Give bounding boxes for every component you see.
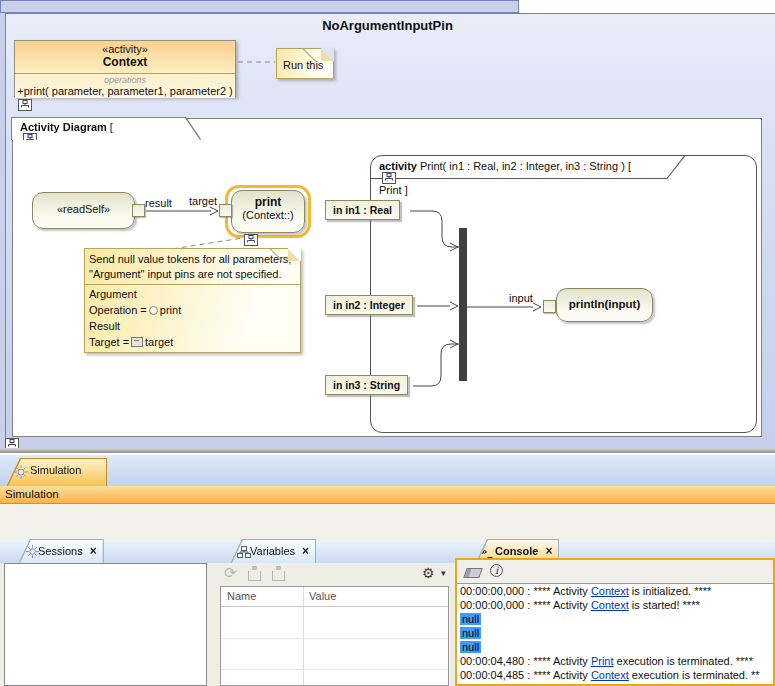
operation-prefix: Operation = bbox=[89, 304, 147, 316]
tab-simulation-label: Simulation bbox=[30, 464, 81, 476]
sessions-icon bbox=[26, 545, 39, 558]
pin-icon bbox=[131, 337, 143, 347]
note-row-argument: Argument bbox=[89, 286, 296, 302]
variables-table[interactable]: Name Value bbox=[220, 586, 449, 686]
note-row-result: Result bbox=[89, 318, 296, 334]
close-icon[interactable]: × bbox=[90, 544, 97, 558]
console-line: 00:00:00,000 : **** Activity Context is … bbox=[457, 584, 773, 598]
variables-icon bbox=[237, 546, 251, 558]
bracket-open: [ bbox=[110, 121, 113, 133]
console-icon: »_ bbox=[481, 546, 492, 557]
selected-log-text: null bbox=[460, 641, 481, 653]
activity-parameter-pin-in2[interactable]: in in2 : Integer bbox=[325, 295, 413, 315]
clear-console-icon[interactable] bbox=[463, 568, 483, 578]
print-call-action[interactable]: print (Context::) bbox=[231, 190, 305, 233]
note-row-operation: Operation =print bbox=[89, 302, 296, 318]
frame-rake-icon bbox=[382, 172, 396, 184]
log-text: 00:00:00,000 : **** Activity bbox=[460, 585, 591, 597]
read-self-output-pin[interactable] bbox=[132, 204, 145, 217]
activity-parameter-pin-in1[interactable]: in in1 : Real bbox=[325, 200, 400, 220]
window-splitter[interactable] bbox=[0, 448, 775, 454]
class-name: Context bbox=[15, 55, 235, 69]
diagram-title: NoArgumentInputPin bbox=[0, 18, 775, 33]
activity-signature: Print( in1 : Real, in2 : Integer, in3 : … bbox=[420, 160, 625, 172]
operation-icon bbox=[149, 306, 158, 315]
target-value: target bbox=[145, 336, 173, 348]
operation-signature[interactable]: +print( parameter, parameter1, parameter… bbox=[15, 85, 235, 97]
read-self-label: «readSelf» bbox=[57, 203, 110, 215]
console-line: 00:00:04,480 : **** Activity Print execu… bbox=[457, 654, 773, 668]
log-text: is initialized. **** bbox=[629, 585, 712, 597]
variables-table-header: Name Value bbox=[221, 587, 448, 607]
class-header: «activity» Context bbox=[15, 41, 235, 74]
print-target-input-pin[interactable] bbox=[219, 204, 232, 217]
log-text: 00:00:04,485 : **** Activity bbox=[460, 669, 591, 681]
simulation-header-title: Simulation bbox=[5, 488, 59, 500]
run-this-note[interactable]: Run this bbox=[276, 48, 334, 79]
tab-variables-label: Variables bbox=[250, 545, 295, 557]
target-prefix: Target = bbox=[89, 336, 129, 348]
console-line: null bbox=[457, 640, 773, 654]
column-name[interactable]: Name bbox=[227, 590, 256, 602]
note-line-1: Send null value tokens for all parameter… bbox=[89, 252, 296, 267]
log-text: 00:00:00,000 : **** Activity bbox=[460, 599, 591, 611]
export-icon[interactable] bbox=[272, 571, 285, 581]
tab-console-label: Console bbox=[495, 545, 538, 557]
menu-caret-icon[interactable]: ▾ bbox=[441, 568, 446, 578]
console-line: 00:00:04,485 : **** Activity Context exe… bbox=[457, 668, 773, 682]
join-node[interactable] bbox=[459, 228, 467, 381]
tab-simulation[interactable]: Simulation bbox=[8, 459, 106, 486]
print-rake-icon[interactable] bbox=[241, 234, 261, 246]
note-row-target: Target =target bbox=[89, 334, 296, 350]
refresh-icon[interactable]: ⟳ bbox=[224, 566, 237, 581]
read-self-action[interactable]: «readSelf» bbox=[32, 192, 135, 229]
gear-icon[interactable]: ⚙ bbox=[422, 565, 435, 581]
class-stereotype: «activity» bbox=[15, 41, 235, 55]
info-icon[interactable]: i bbox=[490, 564, 503, 577]
element-link[interactable]: Print bbox=[591, 655, 614, 667]
element-link[interactable]: Context bbox=[591, 669, 629, 681]
simulation-toolbar: »_ Trigger: ∨ Animation speed: bbox=[0, 504, 775, 540]
activity-parameter-pin-in3[interactable]: in in3 : String bbox=[325, 375, 408, 395]
element-link[interactable]: Context bbox=[591, 599, 629, 611]
element-link[interactable]: Context bbox=[591, 585, 629, 597]
print-action-qualifier: (Context::) bbox=[232, 209, 304, 222]
import-icon[interactable] bbox=[248, 571, 261, 581]
println-action[interactable]: println(input) bbox=[556, 288, 653, 322]
parameters-note[interactable]: Send null value tokens for all parameter… bbox=[84, 248, 301, 353]
column-value[interactable]: Value bbox=[309, 590, 336, 602]
sessions-panel[interactable] bbox=[4, 563, 207, 686]
input-edge-label: input bbox=[509, 292, 533, 304]
activity-frame-header: activity Print( in1 : Real, in2 : Intege… bbox=[379, 160, 631, 196]
println-label: println(input) bbox=[569, 298, 641, 310]
simulation-panel-header: Simulation bbox=[0, 486, 775, 504]
activity-keyword: activity bbox=[379, 160, 417, 172]
run-note-text: Run this bbox=[283, 59, 323, 71]
target-edge-label: target bbox=[189, 195, 217, 207]
column-divider bbox=[303, 587, 304, 685]
row-divider bbox=[221, 669, 448, 670]
row-divider bbox=[221, 638, 448, 639]
subdiagram-rake-icon[interactable] bbox=[15, 99, 35, 111]
console-line: 00:00:00,000 : **** Activity Context is … bbox=[457, 598, 773, 612]
close-icon[interactable]: × bbox=[302, 544, 309, 558]
activity-diagram-tab[interactable]: Activity Diagram[Context] bbox=[12, 118, 200, 140]
simulation-icon bbox=[14, 465, 28, 479]
background-window-edge bbox=[0, 0, 519, 13]
print-action-name: print bbox=[232, 195, 304, 209]
console-line: null bbox=[457, 626, 773, 640]
class-operations-compartment: operations +print( parameter, parameter1… bbox=[15, 74, 235, 98]
console-toolbar: i bbox=[457, 560, 773, 583]
bracket-open: [ bbox=[628, 160, 631, 172]
tab-sessions[interactable]: Sessions× bbox=[20, 540, 103, 563]
tab-variables[interactable]: Variables× bbox=[232, 540, 315, 563]
diagram-tab-name: Activity Diagram bbox=[20, 121, 107, 133]
console-log[interactable]: 00:00:00,000 : **** Activity Context is … bbox=[457, 583, 773, 684]
println-input-pin[interactable] bbox=[543, 300, 556, 313]
log-text: 00:00:04,480 : **** Activity bbox=[460, 655, 591, 667]
bracket-close: ] bbox=[405, 184, 408, 196]
close-icon[interactable]: × bbox=[545, 544, 552, 558]
context-class-node[interactable]: «activity» Context operations +print( pa… bbox=[14, 40, 236, 97]
operations-compartment-label: operations bbox=[15, 74, 235, 85]
log-text: execution is terminated. ** bbox=[629, 669, 760, 681]
